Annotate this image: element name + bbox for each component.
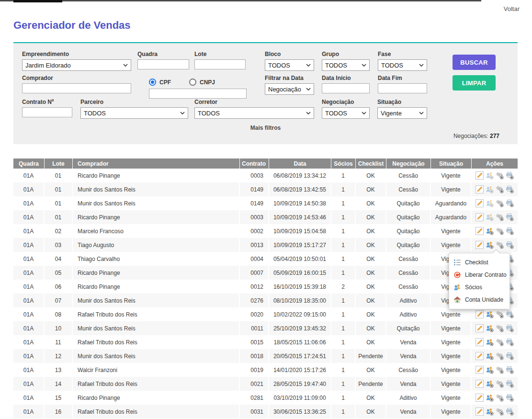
bloco-select[interactable]: TODOS <box>265 59 314 71</box>
mais-filtros-toggle[interactable]: Mais filtros <box>13 125 518 131</box>
doc-number-input[interactable] <box>149 89 247 99</box>
print-add-icon[interactable] <box>506 171 514 180</box>
limpar-button[interactable]: LIMPAR <box>453 75 496 91</box>
contrato-n-input[interactable] <box>22 107 72 117</box>
fase-select[interactable]: TODOS <box>378 59 427 71</box>
edit-icon[interactable] <box>475 227 484 235</box>
add-socio-icon[interactable] <box>486 380 494 388</box>
buscar-button[interactable]: BUSCAR <box>453 55 496 70</box>
edit-icon[interactable] <box>475 213 484 221</box>
settings-add-icon[interactable] <box>496 241 504 249</box>
edit-icon[interactable] <box>475 241 484 249</box>
settings-add-icon[interactable] <box>496 171 504 180</box>
cell-data: 05/09/2019 16:00:15 <box>269 266 331 280</box>
table-row: 01A 08 Rafael Tributo dos Reis 0020 10/0… <box>13 307 518 321</box>
cell-acoes <box>472 391 518 405</box>
cell-checklist: OK <box>356 238 386 252</box>
print-add-icon[interactable] <box>506 310 514 318</box>
edit-icon[interactable] <box>475 366 484 374</box>
print-add-icon[interactable] <box>506 366 514 374</box>
print-add-icon[interactable] <box>506 213 514 221</box>
settings-add-icon[interactable] <box>496 394 504 402</box>
cell-quadra: 01A <box>13 363 45 377</box>
cnpj-radio[interactable] <box>189 79 196 86</box>
settings-add-icon[interactable] <box>496 366 504 374</box>
add-socio-icon[interactable] <box>486 324 494 332</box>
data-inicio-input[interactable] <box>322 83 370 93</box>
edit-icon[interactable] <box>475 352 484 360</box>
comprador-input[interactable] <box>22 83 131 93</box>
add-socio-icon[interactable] <box>486 227 494 235</box>
cell-acoes <box>472 224 518 238</box>
add-socio-icon[interactable] <box>486 171 494 180</box>
negociacao-value: TODOS <box>325 110 347 117</box>
settings-add-icon[interactable] <box>496 338 504 346</box>
settings-add-icon[interactable] <box>496 408 504 416</box>
print-add-icon[interactable] <box>506 394 514 402</box>
add-socio-icon[interactable] <box>486 199 494 207</box>
edit-icon[interactable] <box>475 310 484 318</box>
cell-checklist: OK <box>356 196 386 210</box>
print-add-icon[interactable] <box>506 352 514 360</box>
menu-item-checklist[interactable]: Checklist <box>449 256 509 269</box>
menu-item-liberar-contrato[interactable]: Liberar Contrato <box>449 269 509 281</box>
print-add-icon[interactable] <box>506 185 514 193</box>
edit-icon[interactable] <box>475 394 484 402</box>
settings-add-icon[interactable] <box>496 310 504 318</box>
cell-socios: 1 <box>331 391 356 405</box>
print-add-icon[interactable] <box>506 241 514 249</box>
add-socio-icon[interactable] <box>486 241 494 249</box>
add-socio-icon[interactable] <box>486 338 494 346</box>
add-socio-icon[interactable] <box>486 352 494 360</box>
cell-negociacao: Cessão <box>386 182 431 196</box>
settings-add-icon[interactable] <box>496 213 504 221</box>
edit-icon[interactable] <box>475 171 484 180</box>
situacao-select[interactable]: Vigente <box>377 107 427 119</box>
print-add-icon[interactable] <box>506 227 514 235</box>
settings-add-icon[interactable] <box>496 185 504 193</box>
edit-icon[interactable] <box>475 185 484 193</box>
print-add-icon[interactable] <box>506 199 514 207</box>
quadra-input[interactable] <box>137 59 189 69</box>
cell-quadra: 01A <box>13 182 45 196</box>
add-socio-icon[interactable] <box>486 408 494 416</box>
add-socio-icon[interactable] <box>486 310 494 318</box>
settings-add-icon[interactable] <box>496 380 504 388</box>
empreendimento-select[interactable]: Jardim Eldorado <box>22 59 131 71</box>
edit-icon[interactable] <box>475 199 484 207</box>
print-add-icon[interactable] <box>506 324 514 332</box>
add-socio-icon[interactable] <box>486 394 494 402</box>
edit-icon[interactable] <box>475 338 484 346</box>
add-socio-icon[interactable] <box>486 213 494 221</box>
back-link[interactable]: Voltar <box>504 5 520 12</box>
settings-add-icon[interactable] <box>496 324 504 332</box>
add-socio-icon[interactable] <box>486 185 494 193</box>
menu-item-conta-unidade[interactable]: Conta Unidade <box>449 294 509 306</box>
parceiro-select[interactable]: TODOS <box>80 107 188 119</box>
corretor-select[interactable]: TODOS <box>194 107 314 119</box>
cell-situacao: Vigente <box>431 169 472 182</box>
edit-icon[interactable] <box>475 408 484 416</box>
negociacao-select[interactable]: TODOS <box>322 107 370 119</box>
cell-data: 03/10/2019 11:09:00 <box>269 391 331 405</box>
cell-checklist: OK <box>356 252 386 266</box>
lote-input[interactable] <box>194 59 246 69</box>
print-add-icon[interactable] <box>506 380 514 388</box>
add-socio-icon[interactable] <box>486 366 494 374</box>
print-add-icon[interactable] <box>506 338 514 346</box>
settings-add-icon[interactable] <box>496 227 504 235</box>
grupo-select[interactable]: TODOS <box>322 59 370 71</box>
menu-item-socios[interactable]: Sócios <box>449 281 509 294</box>
cnpj-option[interactable]: CNPJ <box>189 79 215 86</box>
data-fim-input[interactable] <box>378 83 427 93</box>
cell-lote: 02 <box>45 224 73 238</box>
cpf-radio[interactable] <box>149 79 156 86</box>
settings-add-icon[interactable] <box>496 199 504 207</box>
print-add-icon[interactable] <box>506 408 514 416</box>
edit-icon[interactable] <box>475 324 484 332</box>
settings-add-icon[interactable] <box>496 352 504 360</box>
filtrar-na-data-select[interactable]: Negociação <box>265 83 314 95</box>
menu-item-label: Checklist <box>465 259 488 266</box>
cpf-option[interactable]: CPF <box>149 79 171 86</box>
edit-icon[interactable] <box>475 380 484 388</box>
